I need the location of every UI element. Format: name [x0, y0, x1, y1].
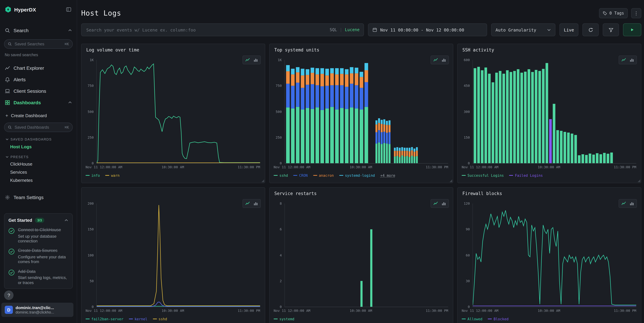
event-search-input[interactable]: [86, 27, 326, 33]
sidebar-item-services[interactable]: Services: [0, 168, 77, 176]
saved-searches-input-wrap: ⌘K: [4, 39, 73, 49]
legend-item[interactable]: sshd: [153, 317, 167, 321]
bar: [574, 135, 577, 163]
legend-item[interactable]: anacron: [313, 173, 334, 177]
resize-handle[interactable]: [450, 179, 452, 182]
bar-chart-toggle[interactable]: [440, 200, 448, 207]
resize-handle[interactable]: [638, 179, 640, 182]
bar-chart-toggle[interactable]: [440, 57, 448, 63]
team-settings-label: Team Settings: [14, 195, 44, 200]
help-button[interactable]: ?: [4, 290, 14, 300]
legend-label: Successful Logins: [468, 173, 504, 177]
legend-item[interactable]: Failed Logins: [509, 173, 543, 177]
sql-toggle[interactable]: SQL: [330, 28, 337, 32]
stacked-bar-segment: [291, 69, 294, 75]
get-started-header[interactable]: Get Started 3/3: [8, 218, 68, 223]
presets-section-label: PRESETS: [10, 155, 28, 159]
legend-item[interactable]: systemd-logind: [339, 173, 375, 177]
date-range-value: Nov 11 00:00:00 - Nov 12 00:00:00: [380, 27, 464, 32]
saved-dashboards-section-toggle[interactable]: SAVED DASHBOARDS: [0, 136, 77, 142]
stacked-bar-segment: [386, 121, 388, 125]
sidebar-item-clickhouse[interactable]: ClickHouse: [0, 160, 77, 168]
legend-item[interactable]: info: [86, 173, 100, 177]
y-tick-label: 100: [88, 253, 94, 257]
bar: [560, 131, 562, 163]
overflow-menu-button[interactable]: ⋮: [631, 8, 641, 18]
granularity-select[interactable]: Auto Granularity: [491, 23, 556, 36]
create-dashboard-button[interactable]: + Create Dashboard: [0, 110, 77, 121]
bar-chart-toggle[interactable]: [252, 200, 260, 207]
legend-item[interactable]: CRON: [294, 173, 308, 177]
saved-searches-input[interactable]: [14, 41, 62, 47]
get-started-step-sources[interactable]: Create Data Sources Configure where your…: [8, 248, 68, 264]
chart-panel-firewall-blocks: Firewall blocks 0306090120 Nov 11 12:00:…: [457, 187, 641, 323]
stacked-bar-segment: [286, 71, 290, 84]
stacked-bar-segment: [355, 73, 358, 85]
live-button[interactable]: Live: [560, 23, 578, 36]
get-started-step-connect[interactable]: Connect to ClickHouse Set up your databa…: [8, 227, 68, 244]
tags-button[interactable]: 0 Tags: [599, 8, 628, 18]
x-tick-label: Nov 11 12:00:00 AM: [86, 309, 122, 312]
legend-item[interactable]: kernel: [129, 317, 148, 321]
legend-more[interactable]: +4 more: [380, 173, 396, 177]
bar-chart-toggle[interactable]: [628, 200, 636, 207]
sidebar-item-team-settings[interactable]: Team Settings: [0, 192, 77, 203]
line-chart-toggle[interactable]: [244, 57, 252, 63]
resize-handle[interactable]: [262, 179, 264, 182]
sidebar-item-host-logs[interactable]: Host Logs: [0, 142, 77, 151]
run-query-button[interactable]: [623, 23, 641, 36]
chevron-up-icon[interactable]: [64, 218, 68, 222]
x-tick-label: 11:30:00 PM: [426, 165, 448, 169]
x-tick-label: 10:30:00 AM: [162, 165, 184, 169]
stacked-bar-segment: [316, 85, 319, 107]
line-chart-toggle[interactable]: [432, 200, 440, 207]
sidebar-item-alerts[interactable]: Alerts: [0, 74, 77, 85]
refresh-button[interactable]: [582, 23, 599, 36]
bar: [517, 69, 519, 163]
legend-item[interactable]: systemd: [274, 317, 294, 321]
x-tick-label: 11:30:00 PM: [238, 165, 260, 169]
presets-section-toggle[interactable]: PRESETS: [0, 154, 77, 160]
bar: [546, 63, 548, 163]
sidebar-item-search[interactable]: Search: [0, 24, 77, 37]
x-tick-label: Nov 11 12:00:00 AM: [86, 165, 122, 169]
filter-button[interactable]: [603, 23, 619, 36]
get-started-step-add-data[interactable]: Add Data Start sending logs, metrics, or…: [8, 269, 68, 285]
sidebar-item-client-sessions[interactable]: Client Sessions: [0, 85, 77, 97]
sidebar-item-chart-explorer[interactable]: Chart Explorer: [0, 62, 77, 74]
stacked-bar-segment: [408, 157, 410, 163]
legend-item[interactable]: warn: [105, 173, 120, 177]
legend-item[interactable]: Blocked: [488, 317, 509, 321]
legend-item[interactable]: Allowed: [462, 317, 482, 321]
saved-dashboards-input[interactable]: [14, 125, 62, 130]
line-chart-toggle[interactable]: [620, 57, 628, 63]
stacked-bar-segment: [326, 109, 329, 163]
date-range-picker[interactable]: Nov 11 00:00:00 - Nov 12 00:00:00: [368, 23, 487, 36]
legend-item[interactable]: fail2ban-server: [86, 317, 124, 321]
chevron-up-icon[interactable]: [68, 29, 72, 33]
sidebar-item-dashboards[interactable]: Dashboards: [0, 97, 77, 108]
user-name: dominic.tran@clic...: [16, 305, 54, 310]
bar-chart-toggle[interactable]: [252, 57, 260, 63]
legend-swatch: [153, 318, 157, 319]
bar: [502, 74, 505, 163]
dashboards-grid-icon: [5, 100, 10, 105]
stacked-bar-segment: [381, 144, 383, 163]
lucene-toggle[interactable]: Lucene: [345, 28, 360, 32]
line-chart-toggle[interactable]: [432, 57, 440, 63]
legend-item[interactable]: Successful Logins: [462, 173, 504, 177]
line-chart-toggle[interactable]: [620, 200, 628, 207]
collapse-sidebar-icon[interactable]: [65, 6, 72, 13]
bar-chart-toggle[interactable]: [628, 57, 636, 63]
user-menu[interactable]: D dominic.tran@clic... dominic.tran@clic…: [1, 303, 74, 317]
stacked-bar-segment: [401, 155, 403, 163]
stacked-bar-segment: [291, 74, 294, 86]
stacked-bar-segment: [320, 86, 324, 110]
chevron-up-icon[interactable]: [68, 101, 72, 105]
legend-item[interactable]: sshd: [274, 173, 288, 177]
legend-label: fail2ban-server: [91, 317, 124, 321]
sidebar-item-kubernetes[interactable]: Kubernetes: [0, 176, 77, 184]
legend-swatch: [105, 175, 110, 176]
x-tick-label: 10:30:00 AM: [350, 165, 372, 169]
line-chart-toggle[interactable]: [244, 200, 252, 207]
